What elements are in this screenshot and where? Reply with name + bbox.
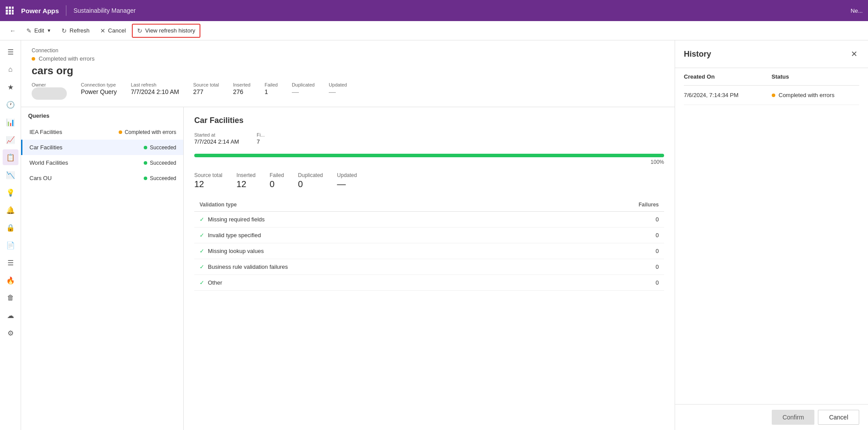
- query-name: Car Facilities: [29, 144, 62, 151]
- detail-inserted: Inserted 12: [236, 172, 255, 189]
- nav-trash-icon[interactable]: 🗑: [3, 290, 18, 306]
- svg-rect-7: [9, 12, 11, 14]
- nav-analytics-icon[interactable]: 📉: [3, 167, 18, 183]
- query-item[interactable]: World Facilities Succeeded: [21, 155, 183, 170]
- svg-rect-4: [9, 10, 11, 12]
- grid-icon[interactable]: [5, 6, 14, 15]
- failed-value: 1: [265, 88, 278, 95]
- connection-type-label: Connection type: [81, 82, 117, 87]
- detail-inserted-value: 12: [236, 179, 255, 189]
- nav-menu-icon[interactable]: ☰: [3, 44, 18, 60]
- detail-failed: Failed 0: [269, 172, 284, 189]
- owner-label: Owner: [32, 82, 67, 87]
- back-icon: ←: [10, 27, 16, 34]
- validation-type-col: Validation type: [194, 198, 552, 212]
- history-status: Completed with errors: [772, 92, 860, 98]
- check-icon: ✓: [200, 264, 204, 270]
- duplicated-label: Duplicated: [292, 82, 315, 87]
- table-row: ✓Business rule validation failures 0: [194, 259, 664, 275]
- last-refresh-label: Last refresh: [131, 82, 179, 87]
- status-text: Completed with errors: [779, 92, 835, 98]
- detail-panel: Car Facilities Started at 7/7/2024 2:14 …: [184, 107, 675, 430]
- nav-file-icon[interactable]: 📄: [3, 237, 18, 253]
- topbar-title: Sustainability Manager: [73, 7, 136, 14]
- history-header: History ✕: [675, 40, 868, 68]
- nav-lightbulb-icon[interactable]: 💡: [3, 184, 18, 200]
- nav-star-icon[interactable]: ★: [3, 79, 18, 95]
- started-value: 7/7/2024 2:14 AM: [194, 138, 239, 145]
- edit-icon: ✎: [26, 27, 32, 34]
- queries-panel: Queries IEA Facilities Completed with er…: [21, 107, 184, 430]
- nav-data-icon[interactable]: 📋: [3, 149, 18, 165]
- query-name: World Facilities: [29, 159, 68, 166]
- chevron-down-icon: ▼: [47, 28, 51, 33]
- detail-failed-value: 0: [269, 179, 284, 189]
- detail-source-total-label: Source total: [194, 172, 222, 178]
- topbar-right: Ne...: [851, 7, 863, 14]
- stats-row: Source total 12 Inserted 12 Failed 0 Dup…: [194, 172, 664, 189]
- query-status-dot: [144, 146, 147, 149]
- detail-duplicated: Duplicated 0: [298, 172, 323, 189]
- detail-source-total-value: 12: [194, 179, 222, 189]
- validation-name: ✓Invalid type specified: [194, 228, 552, 243]
- query-item[interactable]: IEA Facilities Completed with errors: [21, 124, 183, 140]
- status-dot: [772, 94, 775, 97]
- nav-list-icon[interactable]: ☰: [3, 255, 18, 271]
- status-col: Status: [772, 73, 860, 80]
- edit-button[interactable]: ✎ Edit ▼: [22, 25, 55, 37]
- nav-recent-icon[interactable]: 🕐: [3, 97, 18, 112]
- nav-home-icon[interactable]: ⌂: [3, 61, 18, 77]
- query-status-text: Completed with errors: [125, 129, 176, 135]
- source-total-value: 277: [193, 88, 219, 95]
- nav-lock-icon[interactable]: 🔒: [3, 220, 18, 235]
- detail-failed-label: Failed: [269, 172, 284, 178]
- history-close-button[interactable]: ✕: [849, 47, 859, 61]
- duplicated-value: —: [292, 88, 315, 96]
- nav-cloud-icon[interactable]: ☁: [3, 307, 18, 323]
- connection-type-meta: Connection type Power Query: [81, 82, 117, 100]
- inserted-label: Inserted: [233, 82, 251, 87]
- failed-meta: Failed 1: [265, 82, 278, 100]
- validation-failures: 0: [552, 228, 664, 243]
- back-button[interactable]: ←: [5, 25, 20, 37]
- list-item: 7/6/2024, 7:14:34 PM Completed with erro…: [684, 86, 859, 105]
- connection-meta: Owner Connection type Power Query Last r…: [32, 82, 664, 100]
- query-item[interactable]: Cars OU Succeeded: [21, 170, 183, 186]
- nav-chart-icon[interactable]: 📊: [3, 114, 18, 130]
- commandbar: ← ✎ Edit ▼ ↻ Refresh ✕ Cancel ↻ View ref…: [0, 21, 868, 40]
- table-row: ✓Other 0: [194, 275, 664, 291]
- connection-type-value: Power Query: [81, 88, 117, 95]
- queries-title: Queries: [21, 107, 183, 124]
- validation-failures: 0: [552, 259, 664, 275]
- query-status: Completed with errors: [119, 129, 176, 135]
- confirm-button[interactable]: Confirm: [772, 410, 814, 425]
- validation-failures: 0: [552, 275, 664, 291]
- nav-bell-icon[interactable]: 🔔: [3, 202, 18, 218]
- detail-updated: Updated —: [337, 172, 357, 189]
- topbar: Power Apps Sustainability Manager Ne...: [0, 0, 868, 21]
- source-total-meta: Source total 277: [193, 82, 219, 100]
- app-name: Power Apps: [21, 7, 59, 14]
- view-refresh-history-button[interactable]: ↻ View refresh history: [132, 24, 200, 38]
- detail-source-total: Source total 12: [194, 172, 222, 189]
- failed-label: Failed: [265, 82, 278, 87]
- query-item[interactable]: Car Facilities Succeeded: [21, 140, 183, 155]
- nav-settings-icon[interactable]: ⚙: [3, 325, 18, 341]
- query-status-dot: [144, 177, 147, 180]
- check-icon: ✓: [200, 216, 204, 223]
- progress-bar-track: [194, 154, 664, 157]
- cancel-button[interactable]: ✕ Cancel: [96, 25, 130, 37]
- nav-trend-icon[interactable]: 📈: [3, 132, 18, 148]
- detail-title: Car Facilities: [194, 116, 664, 125]
- refresh-icon: ↻: [62, 27, 67, 34]
- query-name: IEA Facilities: [29, 129, 62, 135]
- status-text: Completed with errors: [39, 55, 94, 62]
- nav-bar-chart-icon[interactable]: 🔥: [3, 272, 18, 288]
- history-footer: Confirm Cancel: [675, 404, 868, 430]
- svg-rect-5: [12, 10, 14, 12]
- connection-header: Connection Completed with errors cars or…: [21, 40, 675, 107]
- table-row: ✓Missing lookup values 0: [194, 243, 664, 259]
- cancel-footer-button[interactable]: Cancel: [818, 410, 859, 425]
- refresh-button[interactable]: ↻ Refresh: [57, 25, 94, 37]
- validation-name: ✓Other: [194, 275, 552, 291]
